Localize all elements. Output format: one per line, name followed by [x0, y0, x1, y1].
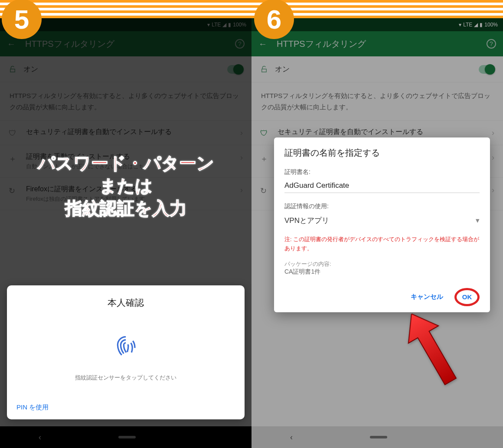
dialog-title: 証明書の名前を指定する	[284, 147, 480, 159]
cancel-button[interactable]: キャンセル	[411, 293, 443, 301]
package-value: CA証明書1件	[284, 268, 480, 276]
ok-highlight-circle: OK	[454, 288, 480, 306]
sheet-instruction: 指紋認証センサーをタップしてください	[75, 374, 176, 382]
cert-name-input[interactable]	[284, 179, 480, 193]
package-label: パッケージの内容:	[284, 260, 480, 268]
fingerprint-icon[interactable]	[114, 335, 138, 359]
cred-use-label: 認証情報の使用:	[284, 203, 480, 210]
certificate-name-dialog: 証明書の名前を指定する 証明書名: 認証情報の使用: VPNとアプリ ▾ 注: …	[274, 137, 490, 312]
step-badge-6: 6	[254, 0, 294, 39]
sheet-title: 本人確認	[108, 297, 144, 309]
phone-screenshot-5: ▾ LTE ◢ ▮ 100% ← HTTPSフィルタリング ? オン HTTPS…	[0, 18, 252, 448]
use-pin-link[interactable]: PIN を使用	[16, 403, 49, 412]
dialog-warning: 注: この証明書の発行者がデバイスのすべてのトラフィックを検証する場合があります…	[284, 235, 480, 253]
ok-button[interactable]: OK	[462, 293, 472, 301]
cert-name-label: 証明書名:	[284, 168, 480, 176]
step-badge-5: 5	[2, 0, 42, 39]
cred-use-value: VPNとアプリ	[284, 216, 329, 226]
annotation-text: パスワード・パターン または 指紋認証を入力	[26, 152, 225, 219]
decorative-stripes	[0, 0, 503, 21]
cred-use-dropdown[interactable]: VPNとアプリ ▾	[284, 213, 480, 228]
auth-bottom-sheet: 本人確認 指紋認証センサーをタップしてください PIN を使用	[7, 285, 245, 419]
chevron-down-icon: ▾	[476, 216, 480, 225]
